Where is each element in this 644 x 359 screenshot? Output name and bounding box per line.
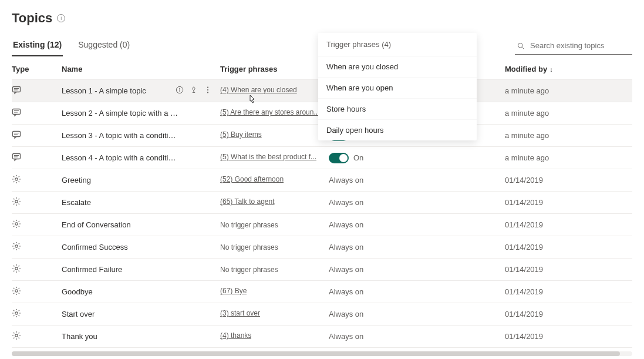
table-row[interactable]: Greeting(52) Good afternoonAlways on01/1… bbox=[12, 169, 632, 192]
trigger-phrases-link[interactable]: (5) Are there any stores aroun... bbox=[220, 108, 319, 116]
topic-name-cell[interactable]: End of Conversation bbox=[62, 220, 220, 229]
trigger-phrases-link[interactable]: (4) thanks bbox=[220, 331, 251, 340]
trigger-phrases-cell: (5) What is the best product f... bbox=[220, 153, 329, 163]
topic-name: Escalate bbox=[62, 198, 91, 207]
col-header-type[interactable]: Type bbox=[12, 65, 62, 73]
trigger-phrases-cell: (65) Talk to agent bbox=[220, 197, 329, 207]
topic-name-cell[interactable]: Greeting bbox=[62, 176, 220, 184]
col-header-modified[interactable]: Modified by↓ bbox=[505, 65, 634, 73]
details-icon[interactable] bbox=[176, 86, 184, 96]
popover-item[interactable]: When are you open bbox=[318, 78, 477, 99]
status-label: Always on bbox=[329, 287, 363, 296]
table-row[interactable]: Start over(3) start overAlways on01/14/2… bbox=[12, 303, 632, 326]
topic-name: End of Conversation bbox=[62, 220, 131, 229]
status-label: Always on bbox=[329, 310, 363, 318]
svg-point-28 bbox=[15, 312, 18, 314]
more-icon[interactable] bbox=[204, 86, 212, 96]
trigger-phrases-link[interactable]: (65) Talk to agent bbox=[220, 197, 275, 206]
modified-cell: 01/14/2019 bbox=[505, 310, 634, 318]
analytics-icon[interactable] bbox=[190, 86, 198, 96]
table-row[interactable]: Escalate(65) Talk to agentAlways on01/14… bbox=[12, 192, 632, 214]
svg-rect-19 bbox=[13, 154, 21, 159]
status-label: Always on bbox=[329, 332, 363, 341]
topic-name: Confirmed Success bbox=[62, 243, 128, 251]
svg-point-6 bbox=[179, 88, 180, 89]
svg-point-25 bbox=[15, 245, 18, 247]
info-icon[interactable]: i bbox=[57, 14, 65, 22]
gear-topic-icon bbox=[12, 331, 62, 342]
trigger-phrases-cell: (67) Bye bbox=[220, 287, 329, 297]
topic-name-cell[interactable]: Goodbye bbox=[62, 287, 220, 296]
tab-suggested[interactable]: Suggested (0) bbox=[77, 36, 131, 56]
svg-point-26 bbox=[15, 267, 18, 270]
topic-name-cell[interactable]: Lesson 2 - A simple topic with a conditi… bbox=[62, 109, 220, 118]
topic-name-cell[interactable]: Lesson 1 - A simple topic bbox=[62, 86, 220, 96]
status-label: Always on bbox=[329, 243, 363, 251]
svg-point-23 bbox=[15, 200, 18, 203]
svg-point-0 bbox=[518, 43, 523, 48]
trigger-phrases-cell: (52) Good afternoon bbox=[220, 175, 329, 185]
modified-cell: 01/14/2019 bbox=[505, 176, 634, 184]
table-row[interactable]: Thank you(4) thanksAlways on01/14/2019 bbox=[12, 326, 632, 348]
status-cell: Always on bbox=[329, 198, 505, 207]
svg-rect-16 bbox=[13, 132, 21, 137]
status-label: Always on bbox=[329, 176, 363, 184]
modified-cell: a minute ago bbox=[505, 153, 634, 162]
trigger-phrases-link[interactable]: (5) What is the best product f... bbox=[220, 153, 316, 161]
trigger-phrases-cell: (3) start over bbox=[220, 309, 329, 319]
svg-point-12 bbox=[207, 92, 208, 93]
topic-name-cell[interactable]: Lesson 3 - A topic with a condition, var… bbox=[62, 131, 220, 140]
trigger-phrases-cell: No trigger phrases bbox=[220, 265, 329, 274]
search-input[interactable] bbox=[529, 41, 630, 51]
chat-topic-icon bbox=[12, 108, 62, 119]
topic-name-cell[interactable]: Thank you bbox=[62, 332, 220, 341]
trigger-phrases-link[interactable]: (67) Bye bbox=[220, 287, 247, 295]
popover-item[interactable]: Daily open hours bbox=[318, 120, 477, 140]
svg-point-24 bbox=[15, 223, 18, 225]
status-cell: Always on bbox=[329, 220, 505, 229]
popover-item[interactable]: Store hours bbox=[318, 99, 477, 120]
modified-cell: 01/14/2019 bbox=[505, 243, 634, 251]
table-row[interactable]: Lesson 4 - A topic with a condition, var… bbox=[12, 147, 632, 169]
topic-name-cell[interactable]: Start over bbox=[62, 310, 220, 318]
scroll-thumb[interactable] bbox=[12, 351, 620, 356]
topic-name: Goodbye bbox=[62, 287, 93, 296]
gear-topic-icon bbox=[12, 286, 62, 297]
status-cell: Always on bbox=[329, 332, 505, 341]
table-row[interactable]: End of ConversationNo trigger phrasesAlw… bbox=[12, 214, 632, 236]
trigger-phrases-cell: No trigger phrases bbox=[220, 220, 329, 229]
gear-topic-icon bbox=[12, 308, 62, 320]
svg-point-29 bbox=[15, 334, 18, 337]
trigger-phrases-link[interactable]: (52) Good afternoon bbox=[220, 175, 284, 183]
status-toggle[interactable] bbox=[329, 153, 349, 163]
topic-name-cell[interactable]: Escalate bbox=[62, 198, 220, 207]
svg-rect-2 bbox=[13, 87, 21, 92]
topic-name-cell[interactable]: Confirmed Success bbox=[62, 243, 220, 251]
status-label: Always on bbox=[329, 265, 363, 274]
table-row[interactable]: Confirmed SuccessNo trigger phrasesAlway… bbox=[12, 236, 632, 259]
table-row[interactable]: Confirmed FailureNo trigger phrasesAlway… bbox=[12, 259, 632, 281]
status-cell: Always on bbox=[329, 287, 505, 296]
table-row[interactable]: Goodbye(67) ByeAlways on01/14/2019 bbox=[12, 281, 632, 303]
status-label: On bbox=[353, 153, 363, 162]
trigger-phrases-link[interactable]: (4) When are you closed bbox=[220, 86, 297, 94]
popover-title: Trigger phrases (4) bbox=[318, 33, 477, 56]
svg-rect-13 bbox=[13, 109, 21, 115]
col-header-name[interactable]: Name bbox=[62, 65, 220, 73]
no-trigger-label: No trigger phrases bbox=[220, 221, 278, 229]
topic-name: Lesson 3 - A topic with a condition, var… bbox=[62, 131, 179, 140]
trigger-phrases-link[interactable]: (5) Buy items bbox=[220, 130, 262, 139]
topic-name-cell[interactable]: Lesson 4 - A topic with a condition, var… bbox=[62, 153, 220, 162]
status-label: Always on bbox=[329, 220, 363, 229]
search-input-wrapper[interactable] bbox=[515, 38, 632, 55]
status-label: Always on bbox=[329, 198, 363, 207]
tab-existing[interactable]: Existing (12) bbox=[12, 36, 63, 56]
trigger-phrases-link[interactable]: (3) start over bbox=[220, 309, 260, 317]
modified-cell: 01/14/2019 bbox=[505, 220, 634, 229]
gear-topic-icon bbox=[12, 175, 62, 186]
gear-topic-icon bbox=[12, 219, 62, 230]
col-header-trigger[interactable]: Trigger phrases bbox=[220, 65, 329, 73]
topic-name-cell[interactable]: Confirmed Failure bbox=[62, 265, 220, 274]
popover-item[interactable]: When are you closed bbox=[318, 56, 477, 78]
horizontal-scrollbar[interactable] bbox=[12, 351, 632, 356]
